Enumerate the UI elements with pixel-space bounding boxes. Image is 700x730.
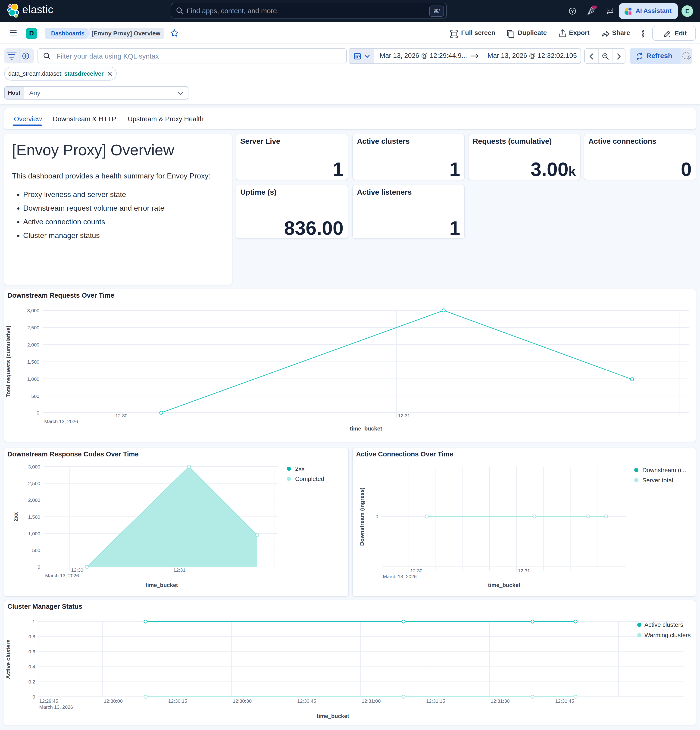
svg-text:?: ? [571, 9, 574, 14]
svg-text:500: 500 [32, 548, 40, 553]
svg-text:0.6: 0.6 [28, 649, 35, 654]
svg-text:time_bucket: time_bucket [146, 582, 178, 588]
svg-text:3,000: 3,000 [27, 308, 39, 313]
svg-text:0: 0 [32, 694, 35, 699]
svg-text:12:30:00: 12:30:00 [104, 698, 123, 704]
svg-text:1,000: 1,000 [28, 531, 40, 536]
svg-text:March 13, 2026: March 13, 2026 [39, 704, 73, 710]
svg-text:1,000: 1,000 [27, 376, 39, 382]
svg-text:2,500: 2,500 [27, 325, 39, 330]
svg-text:500: 500 [31, 393, 39, 399]
svg-text:Total requests (cumulative): Total requests (cumulative) [5, 326, 11, 397]
svg-text:time_bucket: time_bucket [488, 582, 520, 588]
svg-text:0: 0 [38, 564, 40, 569]
svg-text:March 13, 2026: March 13, 2026 [45, 573, 79, 578]
svg-text:12:30:30: 12:30:30 [232, 698, 251, 704]
svg-text:Downstream (i...: Downstream (i... [642, 467, 686, 473]
svg-text:12:30:45: 12:30:45 [297, 698, 316, 704]
svg-text:12:30: 12:30 [410, 568, 422, 573]
svg-text:0: 0 [37, 410, 39, 415]
svg-text:3,000: 3,000 [28, 464, 40, 469]
svg-text:2,500: 2,500 [28, 481, 40, 486]
svg-text:2,000: 2,000 [27, 342, 39, 347]
svg-text:0: 0 [376, 514, 378, 519]
svg-text:12:30: 12:30 [115, 413, 127, 418]
svg-text:12:31:15: 12:31:15 [426, 698, 445, 704]
svg-text:Active clusters: Active clusters [5, 639, 11, 679]
svg-text:12:29:45: 12:29:45 [39, 698, 58, 704]
svg-text:Warming clusters: Warming clusters [644, 632, 691, 639]
svg-text:0.4: 0.4 [28, 664, 35, 669]
svg-text:Completed: Completed [295, 475, 324, 482]
svg-text:Server total: Server total [642, 477, 673, 484]
svg-text:12:31:00: 12:31:00 [362, 698, 381, 704]
svg-text:Downstream (ingress): Downstream (ingress) [359, 488, 365, 546]
svg-text:March 13, 2026: March 13, 2026 [383, 574, 416, 579]
svg-text:0.2: 0.2 [28, 679, 35, 685]
svg-text:time_bucket: time_bucket [317, 713, 349, 719]
svg-text:12:30:15: 12:30:15 [168, 698, 187, 704]
svg-text:12:30: 12:30 [71, 567, 83, 572]
svg-text:0.8: 0.8 [28, 634, 35, 639]
svg-text:March 13, 2026: March 13, 2026 [44, 419, 78, 424]
svg-text:Active clusters: Active clusters [644, 621, 683, 628]
svg-text:12:31: 12:31 [173, 567, 186, 572]
svg-text:12:31: 12:31 [518, 568, 530, 573]
svg-text:1: 1 [32, 619, 35, 624]
svg-text:1,500: 1,500 [27, 359, 39, 365]
svg-text:12:31: 12:31 [398, 413, 410, 418]
svg-text:2xx: 2xx [13, 512, 19, 521]
svg-text:12:31:45: 12:31:45 [555, 698, 574, 704]
svg-text:1,500: 1,500 [28, 514, 40, 520]
svg-text:2,000: 2,000 [28, 497, 40, 503]
svg-text:12:31:30: 12:31:30 [491, 698, 510, 704]
svg-text:time_bucket: time_bucket [350, 425, 382, 432]
svg-text:2xx: 2xx [295, 465, 304, 472]
